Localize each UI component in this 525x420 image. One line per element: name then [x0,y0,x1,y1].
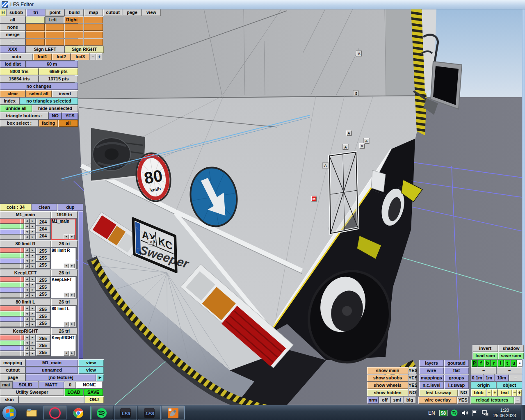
step-right-icon[interactable]: ► [30,277,35,282]
toolbar-button[interactable] [84,16,103,23]
toolbar-button[interactable]: no triangles selected [20,98,78,105]
step-right-icon[interactable]: ► [30,248,35,253]
channel-value[interactable]: 255 [36,320,50,326]
mapping-button[interactable]: SAVE [84,389,103,396]
step-left-icon[interactable]: ◄ [24,248,30,253]
mapping-button[interactable]: cutout [0,367,25,374]
toolbar-button[interactable]: XXX [0,46,25,53]
step-right-icon[interactable]: ► [30,253,35,258]
step-left-icon[interactable]: ◄ [24,346,30,351]
toolbar-button[interactable]: build [65,9,84,16]
toolbar-button[interactable] [26,24,45,31]
option-button[interactable]: YES [409,367,417,374]
channel-value[interactable]: 255 [36,255,50,261]
toolbar-button[interactable] [84,31,103,38]
toolbar-button[interactable]: lod3 [71,53,89,60]
option-button[interactable]: wire overlay [418,397,457,404]
option-button[interactable]: – [471,367,496,374]
red-slider[interactable] [0,219,24,224]
colors-header-button[interactable]: dup [57,204,83,211]
channel-value[interactable]: 204 [36,219,50,225]
step-right-icon[interactable]: ► [30,311,35,316]
tray-spotify-icon[interactable] [451,409,458,416]
option-button[interactable]: • [517,360,523,367]
toolbar-button[interactable]: facing [39,120,58,127]
colors-header-button[interactable]: clean [32,204,57,211]
option-button[interactable]: text [498,389,512,396]
option-button[interactable]: blob [471,389,486,396]
step-left-icon[interactable]: ◄ [24,335,30,340]
step-right-icon[interactable]: ► [30,340,35,345]
toolbar-button[interactable]: cutout [103,9,122,16]
mapping-button[interactable]: OBJ [84,396,104,403]
toolbar-button[interactable] [45,31,64,38]
channel-value[interactable]: 255 [36,291,50,297]
step-left-icon[interactable]: ◄ [24,306,30,311]
option-button[interactable] [417,389,419,396]
option-button[interactable]: – [509,374,522,381]
option-button[interactable]: – [512,389,517,396]
toolbar-button[interactable]: clear [0,90,25,97]
mapping-button[interactable]: Utility Sweeper [0,389,64,396]
swatch-right-icon[interactable]: ► [69,292,75,297]
mapping-button[interactable]: [no texture] [26,374,96,381]
toolbar-button[interactable]: YES [62,112,78,119]
option-button[interactable] [469,367,470,374]
toolbar-button[interactable]: point [46,9,64,16]
start-button[interactable] [2,406,16,420]
green-slider[interactable] [0,282,24,287]
option-button[interactable] [470,389,471,396]
color-name-button[interactable]: M1_main [0,211,51,218]
option-button[interactable]: origin [471,382,496,389]
color-swatch[interactable]: KeepRIGHT ◄► [51,335,76,356]
blue-slider[interactable] [0,258,24,263]
toolbar-button[interactable]: lod1 [33,53,52,60]
mapping-button[interactable]: LOAD [64,389,83,396]
option-button[interactable] [417,367,419,374]
option-button[interactable] [416,397,418,404]
toolbar-button[interactable]: all [0,16,25,23]
step-right-icon[interactable]: ► [30,351,35,356]
toolbar-button[interactable]: view [142,9,161,16]
triangle-marker[interactable]: S [354,91,359,96]
alpha-slider[interactable] [0,322,24,327]
mapping-button[interactable]: view [78,367,104,374]
step-left-icon[interactable]: ◄ [24,351,30,356]
option-button[interactable]: r [491,360,497,367]
channel-value[interactable]: 255 [36,262,50,268]
option-button[interactable]: shadow [498,345,524,352]
tray-badge[interactable]: 58 [439,410,447,416]
swatch-left-icon[interactable]: ◄ [64,234,69,239]
triangle-marker[interactable]: A [323,163,328,168]
option-button[interactable]: layers [419,360,444,367]
toolbar-button[interactable] [84,24,103,31]
triangle-marker[interactable]: A [359,143,365,148]
option-button[interactable]: YES [409,374,417,381]
swatch-right-icon[interactable]: ► [69,263,75,268]
toolbar-button[interactable]: no changes [0,83,78,90]
green-slider[interactable] [0,253,24,258]
option-button[interactable]: l.r.swap [444,382,469,389]
option-button[interactable]: show hidden [367,389,408,396]
blue-slider[interactable] [0,229,24,234]
action-center-flag-icon[interactable] [471,409,478,416]
step-left-icon[interactable]: ◄ [24,288,30,292]
step-right-icon[interactable]: ► [30,346,35,351]
toolbar-button[interactable]: none [0,24,25,31]
toolbar-button[interactable] [64,39,83,46]
blue-slider[interactable] [0,288,24,292]
step-left-icon[interactable]: ◄ [24,322,30,327]
toolbar-button[interactable]: + [96,53,102,60]
toolbar-button[interactable] [64,24,83,31]
option-button[interactable]: u [511,360,517,367]
channel-value[interactable]: 255 [36,248,50,254]
option-button[interactable]: – [486,389,492,396]
toolbar-button[interactable]: – [0,39,25,46]
option-button[interactable]: YES [409,382,417,389]
channel-value[interactable]: 204 [36,233,50,239]
step-right-icon[interactable]: ► [30,335,35,340]
taskbar-item-explorer[interactable] [21,406,43,420]
option-button[interactable]: show wheels [367,382,408,389]
step-right-icon[interactable]: ► [30,229,35,234]
option-button[interactable]: P [471,360,477,367]
